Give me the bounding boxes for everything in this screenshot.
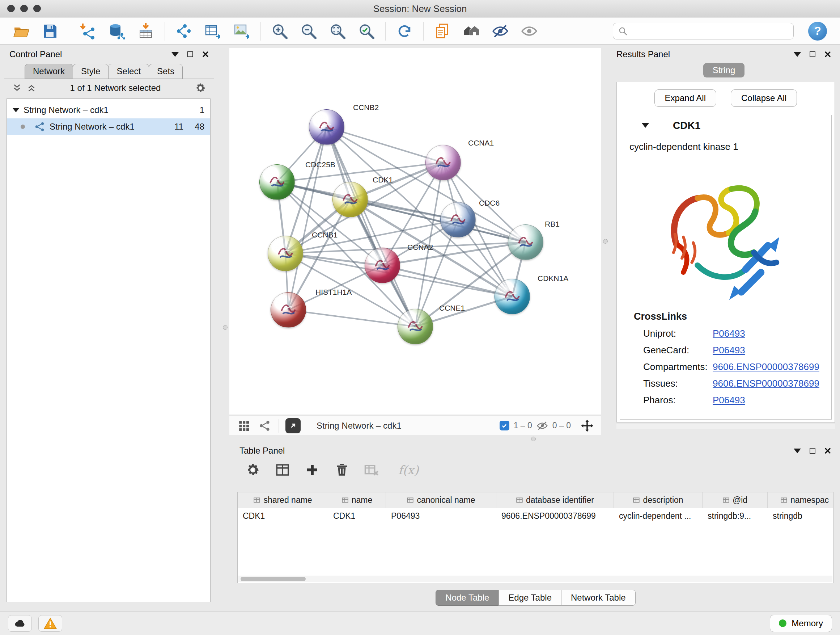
network-node-cdk1[interactable] — [332, 182, 368, 217]
collapse-all-button[interactable]: Collapse All — [731, 89, 797, 107]
table-row[interactable]: CDK1CDK1P064939606.ENSP00000378699cyclin… — [238, 508, 833, 524]
network-glyph-icon — [34, 121, 45, 132]
function-builder-button[interactable]: f(x) — [392, 461, 425, 479]
network-node-ccnb1[interactable] — [268, 236, 303, 271]
maximize-panel-icon[interactable] — [187, 51, 193, 57]
network-node-ccna1[interactable] — [425, 145, 461, 180]
network-node-ccne1[interactable] — [398, 309, 433, 344]
results-scrollbar[interactable] — [616, 424, 835, 429]
panel-menu-icon[interactable] — [794, 448, 801, 453]
bottom-splitter-handle[interactable] — [531, 437, 536, 441]
network-view-button[interactable] — [257, 418, 272, 433]
column-header-name[interactable]: name — [328, 492, 386, 508]
network-canvas[interactable]: CCNB2CCNA1CDC25BCDK1CDC6RB1CCNB1CCNA2CDK… — [229, 48, 601, 415]
close-panel-icon[interactable] — [824, 51, 831, 58]
hide-toolbar-button[interactable] — [490, 21, 510, 41]
import-network-database-button[interactable] — [107, 21, 127, 41]
table-hscrollbar-thumb[interactable] — [240, 577, 306, 581]
zoom-in-button[interactable] — [270, 21, 290, 41]
column-header-namespac[interactable]: namespac — [767, 492, 834, 508]
close-panel-icon[interactable] — [202, 51, 209, 58]
crosslink-value-link[interactable]: 9606.ENSP00000378699 — [713, 378, 819, 389]
column-header-database-identifier[interactable]: database identifier — [496, 492, 614, 508]
export-table-button[interactable] — [202, 21, 223, 41]
tab-network-table[interactable]: Network Table — [561, 590, 636, 606]
delete-column-button[interactable] — [333, 461, 351, 479]
help-button[interactable]: ? — [808, 22, 827, 41]
tab-edge-table[interactable]: Edge Table — [499, 590, 561, 606]
show-button[interactable] — [519, 21, 539, 41]
column-header--id[interactable]: @id — [703, 492, 767, 508]
show-columns-button[interactable] — [273, 461, 292, 479]
pan-crosshair-icon[interactable] — [580, 419, 594, 432]
network-node-cdkn1a[interactable] — [494, 279, 530, 314]
tab-style[interactable]: Style — [73, 64, 109, 79]
network-node-rb1[interactable] — [508, 225, 543, 260]
refresh-button[interactable] — [394, 21, 415, 41]
collapse-all-icon[interactable] — [12, 83, 22, 93]
maximize-panel-icon[interactable] — [810, 448, 815, 454]
right-splitter-handle[interactable] — [603, 239, 608, 244]
column-icon — [253, 497, 261, 504]
network-node-label: CDC25B — [305, 160, 335, 169]
tab-node-table[interactable]: Node Table — [436, 590, 499, 606]
left-splitter-handle[interactable] — [223, 325, 227, 330]
control-panel-header: Control Panel — [4, 47, 214, 62]
browser-button[interactable] — [461, 21, 482, 41]
network-node-cdc6[interactable] — [440, 202, 476, 238]
import-network-icon — [79, 22, 96, 40]
collapse-section-icon[interactable] — [642, 123, 649, 128]
panel-menu-icon[interactable] — [172, 52, 179, 57]
tab-string[interactable]: String — [703, 63, 745, 78]
warnings-button[interactable] — [38, 615, 62, 632]
tab-network[interactable]: Network — [25, 64, 73, 79]
add-column-button[interactable] — [303, 461, 321, 479]
search-input[interactable] — [631, 26, 788, 36]
network-node-hist1h1a[interactable] — [271, 292, 306, 328]
zoom-out-button[interactable] — [298, 21, 319, 41]
grid-view-button[interactable] — [237, 418, 251, 433]
node-structure-glyph — [276, 244, 295, 263]
network-collection-row[interactable]: String Network – cdk1 1 — [7, 102, 210, 119]
protein-section-header[interactable]: CDK1 — [620, 115, 831, 136]
network-glyph-icon — [259, 420, 271, 432]
crosslink-value-link[interactable]: P06493 — [713, 394, 745, 406]
import-network-file-button[interactable] — [78, 21, 98, 41]
collapse-tree-icon[interactable] — [13, 108, 19, 112]
zoom-selected-button[interactable] — [356, 21, 377, 41]
column-header-description[interactable]: description — [614, 492, 703, 508]
expand-all-icon[interactable] — [27, 83, 36, 93]
table-hscrollbar[interactable] — [238, 576, 832, 582]
cloud-status-button[interactable] — [8, 615, 32, 632]
selected-nodes-checkbox-icon[interactable] — [500, 421, 509, 431]
clear-table-button[interactable] — [363, 461, 381, 479]
expand-all-button[interactable]: Expand All — [654, 89, 716, 107]
open-session-button[interactable] — [11, 21, 31, 41]
panel-menu-icon[interactable] — [794, 52, 801, 57]
save-session-button[interactable] — [40, 21, 60, 41]
selected-count: 1 – 0 — [514, 421, 532, 431]
memory-button[interactable]: Memory — [770, 615, 832, 632]
detach-view-button[interactable] — [286, 418, 301, 433]
network-node-ccnb2[interactable] — [309, 109, 344, 145]
crosslink-value-link[interactable]: 9606.ENSP00000378699 — [713, 361, 819, 372]
tab-sets[interactable]: Sets — [149, 64, 183, 79]
hidden-eye-slash-icon[interactable] — [537, 420, 548, 432]
column-header-shared-name[interactable]: shared name — [238, 492, 328, 508]
tab-select[interactable]: Select — [108, 64, 149, 79]
network-row[interactable]: String Network – cdk1 11 48 — [7, 119, 210, 135]
network-node-ccna2[interactable] — [365, 248, 400, 283]
table-options-button[interactable] — [244, 461, 262, 479]
crosslink-value-link[interactable]: P06493 — [713, 328, 745, 339]
export-image-button[interactable] — [232, 21, 252, 41]
crosslink-value-link[interactable]: P06493 — [713, 345, 745, 356]
copy-button[interactable] — [432, 21, 453, 41]
maximize-panel-icon[interactable] — [810, 51, 815, 57]
zoom-fit-button[interactable] — [327, 21, 347, 41]
network-node-cdc25b[interactable] — [259, 165, 295, 200]
import-table-file-button[interactable] — [136, 21, 156, 41]
column-header-canonical-name[interactable]: canonical name — [386, 492, 496, 508]
export-network-button[interactable] — [174, 21, 194, 41]
gear-icon[interactable] — [195, 82, 206, 94]
close-panel-icon[interactable] — [824, 447, 831, 454]
